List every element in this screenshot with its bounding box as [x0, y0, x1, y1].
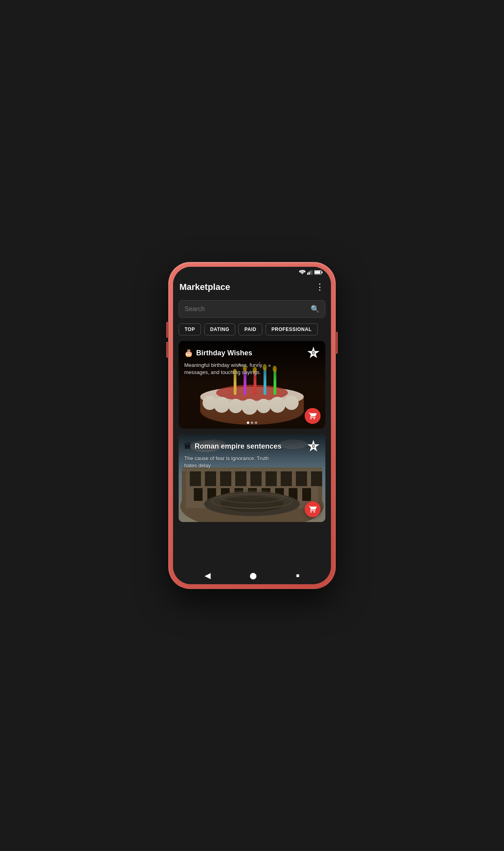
- search-bar[interactable]: 🔍: [179, 300, 325, 318]
- app-content[interactable]: 🔍 TOP DATING PAID PROFESSIONAL: [173, 296, 331, 567]
- battery-icon: [314, 270, 323, 275]
- card-roman-empire[interactable]: 🏛 Roman empire sentences 0 The cause of …: [179, 434, 325, 522]
- nav-bar: ◀ ⬤ ■: [173, 567, 331, 584]
- roman-card-title: Roman empire sentences: [195, 442, 282, 451]
- filter-tab-paid[interactable]: PAID: [238, 323, 262, 335]
- search-input[interactable]: [185, 305, 311, 313]
- volume-down-button: [166, 342, 168, 358]
- svg-rect-6: [315, 271, 320, 274]
- card-roman-title-row: 🏛 Roman empire sentences 0: [184, 440, 320, 453]
- search-icon[interactable]: 🔍: [311, 305, 319, 313]
- birthday-pagination: [247, 422, 257, 424]
- volume-up-button: [166, 322, 168, 338]
- roman-card-desc: The cause of fear is ignorance. Truth ha…: [184, 455, 279, 469]
- app-title: Marketplace: [179, 282, 230, 292]
- svg-rect-5: [321, 272, 322, 274]
- card-birthday-overlay: 🎂 Birthday Wishes 0 Meaningful birthday …: [179, 341, 325, 382]
- roman-badge-count: 0: [307, 440, 320, 453]
- more-options-icon[interactable]: ⋮: [315, 282, 325, 292]
- power-button: [336, 332, 338, 354]
- app-header: Marketplace ⋮: [173, 278, 331, 296]
- wifi-icon: [299, 270, 305, 275]
- notch: [236, 267, 268, 273]
- roman-card-icon: 🏛: [184, 442, 191, 451]
- filter-tab-dating[interactable]: DATING: [204, 323, 235, 335]
- svg-rect-2: [310, 270, 311, 275]
- birthday-card-desc: Meaningful birthday wishes, funny messag…: [184, 362, 279, 376]
- birthday-cart-button[interactable]: [305, 408, 321, 424]
- filter-tab-professional[interactable]: PROFESSIONAL: [266, 323, 318, 335]
- card-birthday-title-row: 🎂 Birthday Wishes 0: [184, 347, 320, 359]
- card-roman-overlay: 🏛 Roman empire sentences 0 The cause of …: [179, 434, 325, 475]
- dot-2: [255, 422, 257, 424]
- birthday-badge-count: 0: [307, 347, 320, 359]
- cart-icon-roman: [309, 505, 317, 513]
- filter-tab-top[interactable]: TOP: [179, 323, 201, 335]
- phone-device: 12:00: [168, 262, 336, 589]
- dot-active: [247, 422, 249, 424]
- svg-rect-0: [307, 273, 308, 275]
- card-birthday-wishes[interactable]: 🎂 Birthday Wishes 0 Meaningful birthday …: [179, 341, 325, 429]
- signal-icon: [307, 270, 313, 275]
- phone-screen: 12:00: [173, 267, 331, 584]
- roman-cart-button[interactable]: [305, 501, 321, 517]
- birthday-card-title: Birthday Wishes: [196, 349, 252, 357]
- nav-back-button[interactable]: ◀: [205, 571, 211, 580]
- svg-rect-1: [309, 272, 310, 275]
- nav-recent-button[interactable]: ■: [296, 572, 299, 579]
- birthday-card-icon: 🎂: [184, 349, 193, 357]
- dot-1: [251, 422, 253, 424]
- filter-tabs: TOP DATING PAID PROFESSIONAL: [179, 323, 325, 335]
- cart-icon: [309, 412, 317, 420]
- status-icons: [299, 270, 323, 275]
- svg-rect-3: [311, 270, 312, 275]
- nav-home-button[interactable]: ⬤: [250, 572, 257, 579]
